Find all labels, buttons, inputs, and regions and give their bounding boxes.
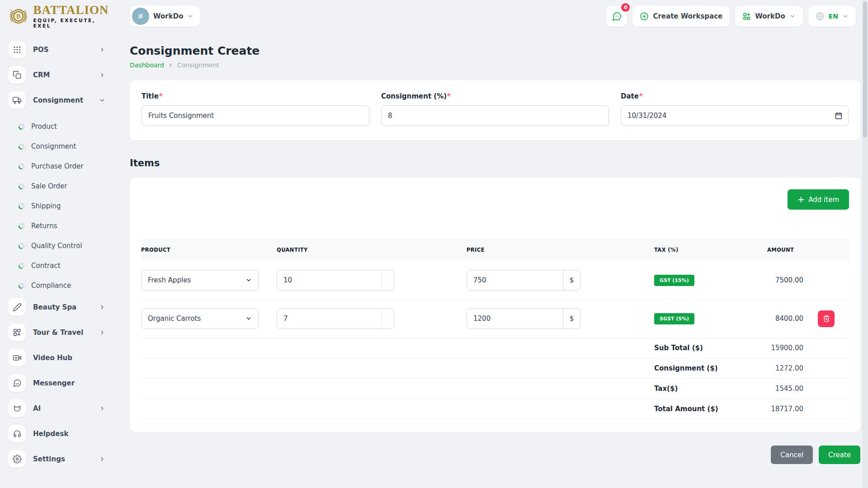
trash-icon: [823, 315, 830, 322]
consignment-form-card: Title* Consignment (%)* Date*: [130, 80, 860, 141]
pos-grid-dots-icon: [8, 41, 26, 58]
video-camera-icon: [8, 349, 26, 366]
sidebar-item-tour-travel[interactable]: Tour & Travel: [8, 324, 109, 341]
sidebar-item-crm[interactable]: CRM: [8, 66, 109, 84]
brand-name: BATTALION: [33, 4, 115, 16]
delete-row-button[interactable]: [818, 310, 835, 327]
subtotal-value: 15900.00: [767, 344, 803, 352]
brand-emblem-icon: B: [8, 6, 28, 27]
sidebar-item-label: POS: [33, 46, 92, 54]
column-header-tax: TAX (%): [654, 239, 767, 261]
workspace-switcher[interactable]: WorkDo: [130, 6, 200, 27]
sidebar-subitem-label: Product: [31, 122, 57, 131]
required-asterisk: *: [639, 92, 643, 100]
progress-circle-icon: [18, 243, 25, 249]
date-input[interactable]: [621, 105, 849, 126]
currency-suffix: $: [563, 270, 580, 290]
gear-icon: [8, 450, 26, 468]
sidebar-item-settings[interactable]: Settings: [8, 450, 109, 468]
product-select-value: Organic Carrots: [148, 314, 201, 323]
chevron-down-icon: [842, 13, 849, 19]
plus-icon: +: [797, 195, 805, 204]
sidebar-subitem-compliance[interactable]: Compliance: [8, 276, 109, 296]
title-input[interactable]: [142, 105, 369, 126]
subtotal-row: Sub Total ($) 15900.00: [141, 338, 849, 358]
sidebar-subitem-returns[interactable]: Returns: [8, 216, 109, 236]
sidebar-item-beauty-spa[interactable]: Beauty Spa: [8, 298, 109, 316]
sidebar-subitem-label: Sale Order: [31, 182, 67, 190]
breadcrumb-dashboard-link[interactable]: Dashboard: [130, 61, 164, 69]
chevron-down-icon: [99, 97, 105, 103]
create-workspace-button[interactable]: Create Workspace: [632, 6, 730, 27]
sidebar-item-pos[interactable]: POS: [8, 41, 109, 58]
progress-circle-icon: [18, 223, 25, 230]
chevron-down-icon: [789, 13, 796, 19]
plus-circle-icon: [640, 12, 649, 21]
consignment-total-label: Consignment ($): [654, 364, 767, 372]
column-header-quantity: QUANTITY: [277, 239, 467, 261]
sidebar-item-consignment[interactable]: Consignment: [8, 91, 109, 109]
consignment-total-value: 1272.00: [767, 364, 803, 372]
sidebar-subitem-purchase-order[interactable]: Purchase Order: [8, 156, 109, 176]
sidebar-item-label: CRM: [33, 71, 92, 79]
language-code: EN: [829, 13, 838, 20]
add-item-button[interactable]: + Add item: [788, 189, 849, 210]
quantity-input[interactable]: [277, 309, 382, 328]
brand-logo[interactable]: B BATTALION EQUIP, EXECUTE, EXEL: [0, 0, 115, 33]
sidebar-subitem-label: Returns: [31, 222, 57, 230]
price-input[interactable]: [467, 309, 563, 328]
truck-icon: [8, 91, 26, 109]
date-label: Date*: [621, 92, 849, 100]
quantity-input[interactable]: [277, 270, 382, 290]
sidebar-subitem-contract[interactable]: Contract: [8, 256, 109, 276]
number-spinner[interactable]: [382, 309, 394, 328]
create-button[interactable]: Create: [819, 446, 860, 464]
items-card: + Add item PRODUCT QUANTITY PRICE TAX (%…: [130, 178, 860, 432]
language-selector[interactable]: EN: [808, 6, 856, 27]
sidebar-item-label: Messenger: [33, 379, 109, 387]
breadcrumb: Dashboard Consignment: [130, 61, 860, 69]
sidebar-subitem-label: Shipping: [31, 202, 61, 210]
sidebar-subitem-consignment[interactable]: Consignment: [8, 136, 109, 156]
sidebar-subitem-label: Compliance: [31, 282, 71, 290]
product-select[interactable]: Organic Carrots: [141, 308, 259, 329]
sidebar-item-ai[interactable]: AI: [8, 399, 109, 417]
sidebar-subitem-shipping[interactable]: Shipping: [8, 196, 109, 216]
chevron-right-icon: [99, 329, 105, 336]
sidebar-subitem-product[interactable]: Product: [8, 117, 109, 136]
sidebar-subitem-quality-control[interactable]: Quality Control: [8, 236, 109, 256]
globe-icon: [816, 12, 825, 21]
required-asterisk: *: [447, 92, 451, 100]
required-asterisk: *: [159, 92, 163, 100]
consignment-pct-field-group: Consignment (%)*: [381, 92, 609, 126]
notification-badge: 0: [621, 3, 630, 12]
account-menu-label: WorkDo: [755, 12, 785, 20]
price-input[interactable]: [467, 270, 563, 290]
scrollbar-thumb[interactable]: [863, 2, 867, 137]
sidebar-item-label: Settings: [33, 455, 92, 463]
date-field-group: Date*: [621, 92, 849, 126]
number-spinner[interactable]: [382, 270, 394, 290]
progress-circle-icon: [18, 263, 25, 269]
sidebar-subitem-sale-order[interactable]: Sale Order: [8, 176, 109, 196]
messages-button[interactable]: 0: [606, 6, 627, 27]
sidebar-subitem-label: Contract: [31, 262, 61, 270]
sidebar-item-video-hub[interactable]: Video Hub: [8, 349, 109, 366]
chat-bubble-icon: [8, 374, 26, 392]
sidebar-item-label: AI: [33, 404, 92, 413]
brand-text: BATTALION EQUIP, EXECUTE, EXEL: [33, 4, 115, 28]
items-table: PRODUCT QUANTITY PRICE TAX (%) AMOUNT Fr…: [141, 239, 849, 419]
grid-plus-icon: [8, 324, 26, 341]
product-select[interactable]: Fresh Apples: [141, 270, 259, 291]
quantity-input-group: [277, 308, 394, 329]
consignment-pct-input[interactable]: [381, 105, 609, 126]
tax-total-row: Tax($) 1545.00: [141, 379, 849, 399]
account-menu[interactable]: WorkDo: [735, 6, 802, 27]
sidebar-item-messenger[interactable]: Messenger: [8, 374, 109, 392]
subtotal-label: Sub Total ($): [654, 344, 767, 352]
tax-total-label: Tax($): [654, 385, 767, 393]
ai-cat-icon: [8, 399, 26, 417]
price-input-group: $: [467, 270, 580, 291]
sidebar-item-helpdesk[interactable]: Helpdesk: [8, 425, 109, 442]
cancel-button[interactable]: Cancel: [771, 446, 813, 464]
